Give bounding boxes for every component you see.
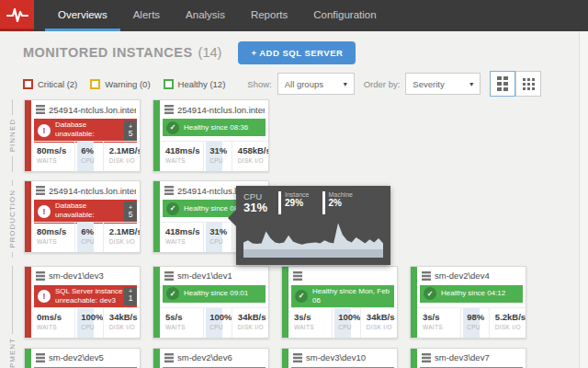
small-grid-view-button[interactable] <box>515 71 541 97</box>
status-message: Healthy since 09:01 <box>184 289 266 298</box>
legend-healthy[interactable]: Healthy (12) <box>164 79 226 89</box>
group-name: PINNED <box>8 119 17 152</box>
alert-count-badge[interactable]: +5 <box>124 201 137 222</box>
instance-card[interactable]: 254914-ntclus.lon.intensiv...✓Healthy si… <box>153 99 269 172</box>
instance-card[interactable]: sm-dev2\dev5✓Healthy since Sun, Feb 05 <box>24 348 141 368</box>
stat-label: CPU <box>81 157 103 164</box>
instance-card[interactable]: sm-dev2\dev6✓Healthy since 08:53 <box>153 348 269 368</box>
scrollbar[interactable] <box>579 31 588 368</box>
tooltip-metric-value: 31% <box>243 201 267 214</box>
instance-icon <box>293 353 302 362</box>
instance-card[interactable]: sm-dev2\dev4✓Healthy since 04:123s/sWAIT… <box>410 266 526 339</box>
stat-label: CPU <box>81 238 103 245</box>
stat-label: CPU <box>338 324 360 330</box>
pulse-icon <box>6 5 29 25</box>
cpu-sparkline-chart <box>243 217 385 261</box>
tab-reports[interactable]: Reports <box>238 0 300 31</box>
show-label: Show: <box>247 79 271 89</box>
disk-stat: 34kB/sDISK I/O <box>232 308 268 338</box>
stat-label: WAITS <box>165 324 203 330</box>
alert-count: 5 <box>129 211 133 219</box>
stat-label: DISK I/O <box>495 324 526 330</box>
instance-card[interactable]: 254914-ntclus.lon.intensiv...!Database u… <box>24 99 141 172</box>
stat-value: 98% <box>467 312 489 322</box>
instance-name: 254914-ntclus.lon.intensiv... <box>49 186 136 196</box>
instance-card[interactable]: ✓Healthy since Mon, Feb 063s/sWAITS100%C… <box>281 266 398 339</box>
cpu-stat: 100%CPU <box>203 308 232 338</box>
stat-value: 100% <box>338 312 360 322</box>
instance-card[interactable]: sm-dev3\dev7✓Healthy since 09:58 <box>410 348 526 368</box>
stat-value: 3s/s <box>294 312 332 322</box>
group-filter-value: All groups <box>285 79 323 89</box>
status-strip <box>153 181 160 252</box>
instance-card[interactable]: sm-dev1\dev3!SQL Server instance unreach… <box>24 266 141 339</box>
stat-value: 2.1MB/s <box>109 226 140 236</box>
group-divider <box>12 99 13 115</box>
group-divider <box>12 180 13 186</box>
status-checkbox[interactable] <box>23 79 33 89</box>
disk-stat: 458kB/sDISK I/O <box>232 142 268 171</box>
stat-value: 3s/s <box>423 312 460 322</box>
instance-name: sm-dev2\dev6 <box>177 352 265 362</box>
stat-value: 31% <box>209 145 232 155</box>
waits-stat: 80ms/sWAITS <box>31 223 74 252</box>
stat-label: CPU <box>209 157 232 164</box>
instance-icon <box>36 353 45 362</box>
instance-card[interactable]: sm-dev1\dev1✓Healthy since 09:015s/sWAIT… <box>153 266 269 339</box>
status-banner: !Database unavailable: mobilefoo since M… <box>34 119 137 143</box>
stat-value: 6% <box>81 226 103 236</box>
chevron-down-icon: ▾ <box>469 80 473 88</box>
tooltip-instance-stat: Instance 29% <box>278 191 309 214</box>
tab-alerts[interactable]: Alerts <box>120 0 173 31</box>
status-strip <box>153 100 160 171</box>
tab-overviews[interactable]: Overviews <box>45 0 120 31</box>
tab-configuration[interactable]: Configuration <box>300 0 389 31</box>
status-checkbox[interactable] <box>90 79 100 89</box>
disk-stat: 34kB/sDISK I/O <box>360 308 397 338</box>
alert-count-badge[interactable]: +1 <box>124 287 137 305</box>
stats-row: 80ms/sWAITS6%CPU2.1MB/sDISK I/O <box>31 141 140 171</box>
status-message: Database unavailable: mobilefoo since Mo… <box>55 201 124 222</box>
instance-name: 254914-ntclus.lon.intensiv... <box>49 105 136 115</box>
view-toggle <box>490 71 541 97</box>
instance-card[interactable]: 254914-ntclus.lon.intensiv...!Database u… <box>24 180 141 253</box>
large-grid-view-button[interactable] <box>490 71 515 97</box>
stat-label: WAITS <box>37 238 74 245</box>
instance-card[interactable]: sm-dev3\dev10✓Healthy <box>281 348 398 368</box>
status-message: Healthy since Mon, Feb 06 <box>312 287 394 305</box>
small-grid-icon <box>523 78 535 90</box>
stat-label: WAITS <box>165 157 203 164</box>
alert-count-badge[interactable]: +5 <box>124 121 137 141</box>
group-filter-select[interactable]: All groups ▾ <box>277 73 355 95</box>
stat-label: CPU <box>81 324 103 330</box>
add-sql-server-button[interactable]: + ADD SQL SERVER <box>238 41 356 64</box>
legend-critical[interactable]: Critical (2) <box>23 79 77 89</box>
card-title-row: sm-dev2\dev4 <box>417 267 526 285</box>
card-title-row: sm-dev2\dev5 <box>31 349 140 367</box>
card-title-row <box>288 267 397 285</box>
alert-count: 5 <box>129 130 133 138</box>
order-by-select[interactable]: Severity ▾ <box>405 73 481 95</box>
tooltip-arrow <box>228 210 236 226</box>
large-grid-icon <box>497 76 508 91</box>
tab-analysis[interactable]: Analysis <box>173 0 238 31</box>
status-strip <box>411 349 417 368</box>
status-strip <box>25 181 31 252</box>
stat-value: 6% <box>81 145 103 155</box>
legend-warning[interactable]: Warning (0) <box>90 79 150 89</box>
filter-bar: Critical (2)Warning (0)Healthy (12) Show… <box>23 72 588 96</box>
cpu-stat: 31%CPU <box>203 142 232 171</box>
stats-row: 3s/sWAITS100%CPU34kB/sDISK I/O <box>288 307 397 338</box>
stat-label: DISK I/O <box>109 324 140 330</box>
status-banner: ✓Healthy since 04:12 <box>420 285 523 303</box>
stat-value: 80ms/s <box>37 145 74 155</box>
card-title-row: 254914-ntclus.lon.intensiv... <box>160 100 268 119</box>
page-title: MONITORED INSTANCES <box>23 45 193 60</box>
status-checkbox[interactable] <box>164 79 174 89</box>
app-logo[interactable] <box>0 0 34 31</box>
stat-label: CPU <box>209 324 232 330</box>
group-label-column: DEVELOPMENT <box>0 266 24 368</box>
instance-name: sm-dev1\dev3 <box>49 270 136 281</box>
instance-icon <box>36 271 45 281</box>
disk-stat: 34kB/sDISK I/O <box>103 308 140 338</box>
